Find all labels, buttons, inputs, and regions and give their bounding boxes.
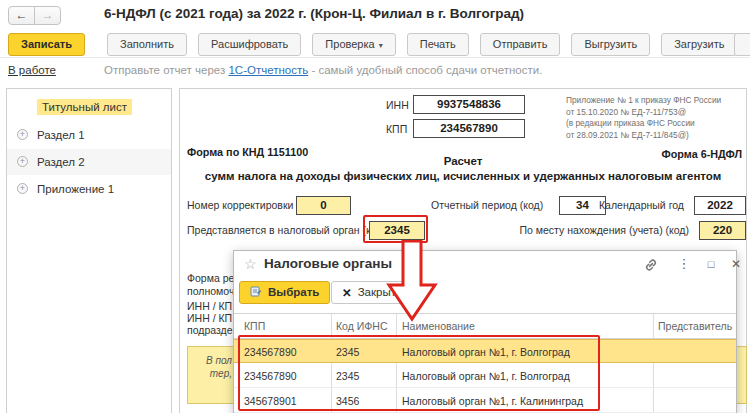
table-row[interactable]: 234567890 2345 Налоговый орган №1, г. Во…: [234, 339, 736, 363]
col-ifns-code[interactable]: Код ИФНС: [336, 314, 394, 339]
close-x-icon: ✕: [342, 283, 352, 304]
status-hint: Отправьте отчет через 1С-Отчетность - са…: [104, 64, 542, 76]
export-button[interactable]: Выгрузить: [571, 33, 650, 56]
calendar-year-field[interactable]: 2022: [694, 196, 746, 215]
obscured-text: ИНН / КП: [187, 312, 232, 324]
sidebar-item-appendix1[interactable]: + Приложение 1: [7, 176, 171, 202]
fill-button[interactable]: Заполнить: [107, 33, 187, 56]
nav-back-button[interactable]: ←: [8, 6, 35, 25]
select-button[interactable]: Выбрать: [239, 281, 330, 304]
close-dialog-button[interactable]: ✕Закрыть: [331, 281, 413, 304]
report-period-label: Отчетный период (код): [431, 199, 543, 211]
1c-reporting-link[interactable]: 1С-Отчетность: [228, 64, 308, 76]
dialog-title: Налоговые органы: [264, 256, 392, 271]
close-icon[interactable]: ✕: [728, 257, 744, 271]
sidebar-item-label: Раздел 1: [37, 129, 85, 141]
sidebar-item-label: Раздел 2: [37, 156, 85, 168]
table-row[interactable]: 234567890 2345 Налоговый орган №1, г. Во…: [234, 364, 736, 388]
location-code-field[interactable]: 220: [699, 221, 746, 240]
tax-authorities-dialog: ☆ Налоговые органы ⋮ □ ✕ Выбрать ✕Закрыт…: [233, 250, 737, 413]
expand-icon[interactable]: +: [17, 183, 28, 194]
sidebar-item-section1[interactable]: + Раздел 1: [7, 122, 171, 148]
chevron-down-icon: ▾: [379, 41, 383, 50]
decrypt-button[interactable]: Расшифровать: [198, 33, 301, 56]
obscured-text: ИНН / КП: [187, 300, 232, 312]
kpp-field[interactable]: 234567890: [413, 119, 525, 138]
sidebar-item-title-page[interactable]: Титульный лист: [7, 94, 171, 120]
inn-field[interactable]: 9937548836: [413, 95, 525, 114]
correction-number-label: Номер корректировки: [187, 199, 293, 211]
sidebar-item-label: Приложение 1: [37, 183, 114, 195]
calendar-year-label: Календарный год: [598, 199, 684, 211]
report-title-line2: сумм налога на доходы физических лиц, ис…: [180, 170, 746, 182]
col-representative[interactable]: Представитель: [658, 314, 736, 339]
print-button[interactable]: Печать: [407, 33, 469, 56]
sidebar-item-label: Титульный лист: [37, 99, 132, 115]
correction-number-field[interactable]: 0: [296, 196, 351, 215]
toolbar-divider: [0, 57, 750, 58]
inn-label: ИНН: [386, 99, 409, 111]
select-icon: [250, 283, 262, 304]
import-button[interactable]: Загрузить: [661, 33, 737, 56]
maximize-icon[interactable]: □: [703, 257, 719, 271]
check-button[interactable]: Проверка▾: [312, 33, 395, 56]
table-row[interactable]: 345678901 3456 Налоговый орган №1, г. Ка…: [234, 389, 736, 413]
app-window: ← → 6-НДФЛ (с 2021 года) за 2022 г. (Кро…: [0, 0, 750, 413]
link-icon[interactable]: [643, 258, 659, 275]
expand-icon[interactable]: +: [17, 129, 28, 140]
col-name[interactable]: Наименование: [402, 314, 650, 339]
obscured-text: подразде: [187, 324, 233, 336]
toolbar-button-partial[interactable]: [734, 33, 750, 56]
send-button[interactable]: Отправить: [480, 33, 561, 56]
col-kpp[interactable]: КПП: [244, 314, 329, 339]
sections-sidebar: Титульный лист + Раздел 1 + Раздел 2 + П…: [6, 88, 172, 413]
report-title-line1: Расчет: [180, 155, 746, 167]
location-code-label: По месту нахождения (учета) (код): [510, 224, 689, 236]
obscured-text: Форма ре: [187, 272, 234, 284]
sidebar-item-section2[interactable]: + Раздел 2: [7, 149, 171, 175]
tax-authorities-table: КПП Код ИФНС Наименование Представитель …: [234, 313, 736, 413]
kpp-label: КПП: [386, 123, 407, 135]
table-header: КПП Код ИФНС Наименование Представитель: [234, 314, 736, 339]
tax-authority-code-field[interactable]: 2345: [369, 221, 425, 240]
tax-authority-label: Представляется в налоговый орган (код): [187, 224, 386, 236]
more-menu-icon[interactable]: ⋮: [676, 257, 692, 271]
expand-icon[interactable]: +: [17, 156, 28, 167]
obscured-text: полномоч: [187, 285, 234, 297]
save-button[interactable]: Записать: [8, 33, 85, 56]
toolbar: Записать Заполнить Расшифровать Проверка…: [0, 33, 750, 56]
nav-forward-button[interactable]: →: [34, 6, 61, 25]
legal-reference: Приложение № 1 к приказу ФНС России от 1…: [566, 95, 744, 141]
page-title: 6-НДФЛ (с 2021 года) за 2022 г. (Крон-Ц.…: [104, 6, 524, 21]
report-state-link[interactable]: В работе: [8, 64, 56, 76]
favorite-star-icon[interactable]: ☆: [244, 256, 257, 272]
